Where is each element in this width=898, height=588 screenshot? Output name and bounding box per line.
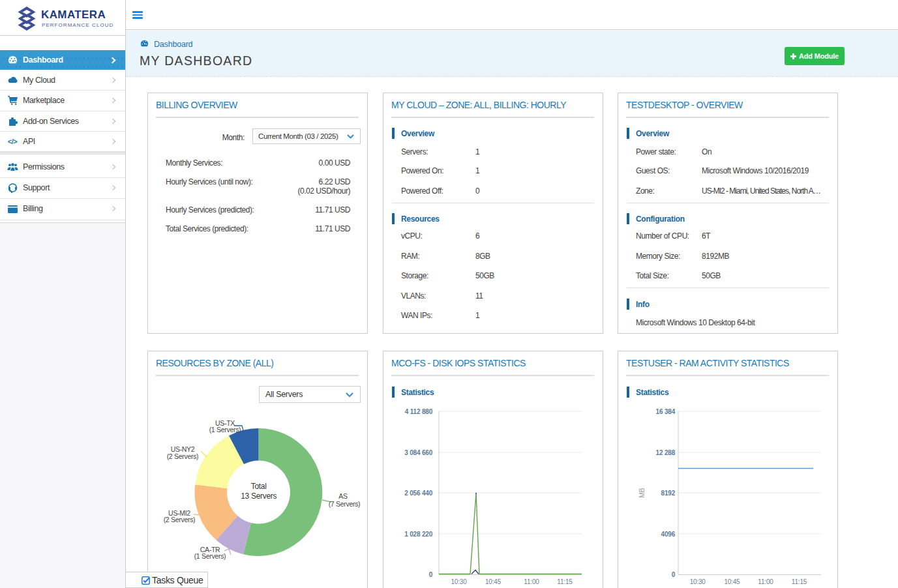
svg-text:(1 Servers): (1 Servers) — [194, 552, 226, 560]
svg-text:11:15: 11:15 — [792, 578, 807, 585]
svg-text:(2 Servers): (2 Servers) — [164, 516, 196, 523]
svg-text:10:30: 10:30 — [451, 578, 467, 585]
svg-text:AS: AS — [338, 492, 348, 500]
svg-text:0: 0 — [429, 571, 433, 578]
svg-text:3 084 660: 3 084 660 — [404, 449, 432, 456]
svg-text:(1 Servers): (1 Servers) — [209, 426, 241, 434]
svg-text:13 Servers: 13 Servers — [241, 492, 277, 501]
svg-text:12 288: 12 288 — [656, 449, 676, 456]
svg-text:11:00: 11:00 — [524, 578, 539, 585]
svg-text:11:00: 11:00 — [758, 578, 773, 585]
svg-text:10:30: 10:30 — [690, 578, 706, 585]
svg-text:1 028 220: 1 028 220 — [404, 531, 432, 538]
svg-text:2 056 440: 2 056 440 — [404, 490, 432, 497]
svg-text:(2 Servers): (2 Servers) — [167, 452, 199, 460]
svg-text:4096: 4096 — [661, 531, 676, 538]
svg-text:(7 Servers): (7 Servers) — [329, 500, 361, 508]
svg-text:Total: Total — [251, 482, 267, 491]
svg-text:MB: MB — [638, 488, 646, 497]
svg-text:16 384: 16 384 — [656, 408, 676, 415]
svg-text:4 112 880: 4 112 880 — [405, 408, 433, 415]
svg-text:0: 0 — [672, 571, 676, 578]
svg-text:8192: 8192 — [661, 490, 676, 497]
svg-text:10:45: 10:45 — [485, 578, 501, 585]
svg-text:10:45: 10:45 — [724, 578, 740, 585]
svg-text:11:15: 11:15 — [557, 578, 573, 585]
